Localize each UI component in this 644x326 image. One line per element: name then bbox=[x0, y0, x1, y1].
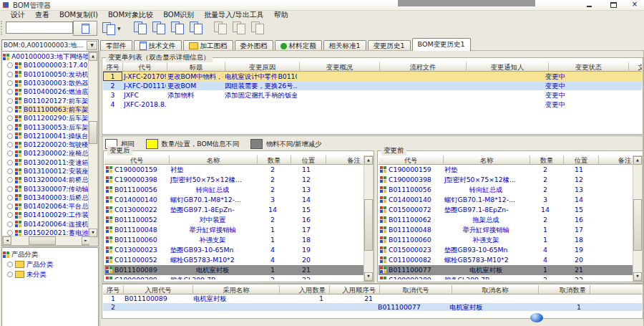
column-header[interactable]: 序号 bbox=[103, 62, 123, 72]
expand-knob-icon[interactable] bbox=[7, 230, 13, 236]
close-button[interactable]: × bbox=[628, 1, 641, 8]
menu-item[interactable]: 帮助 bbox=[269, 10, 293, 20]
column-header[interactable]: 入用代号 bbox=[124, 285, 193, 294]
column-header[interactable]: 变更概况 bbox=[300, 62, 380, 72]
change-order-row[interactable]: 3JXFC添加物料添加固定捆扎手柄的钣金CO变更中 bbox=[103, 90, 642, 100]
change-order-row[interactable]: 2J-XFC-D011100083更改BOM因组装需要，更换26号...变更中 bbox=[103, 81, 642, 90]
tree-item[interactable]: B012300002:座椅总成:1 bbox=[2, 149, 89, 158]
after-item-row[interactable]: B011100089电机室封板121 bbox=[104, 265, 364, 275]
expand-knob-icon[interactable] bbox=[7, 272, 13, 277]
tree-item[interactable]: B010400026:燃油底盘总成:1 bbox=[2, 87, 89, 96]
before-item-row[interactable]: C190000159衬垫211 bbox=[379, 165, 633, 175]
tree-item[interactable]: B014100029:工作装置部件.1 bbox=[2, 211, 89, 219]
copy-dropdown-button[interactable]: ▼ bbox=[102, 21, 122, 34]
tree-item[interactable]: 产品分类 bbox=[2, 249, 98, 259]
menu-item[interactable]: 查看 bbox=[30, 10, 54, 20]
column-header[interactable]: 代号 bbox=[379, 155, 444, 165]
paste-structure-button[interactable] bbox=[189, 21, 203, 34]
toolbar-grip[interactable] bbox=[1, 21, 4, 35]
before-item-row[interactable]: C015000072垫圈GB97.1-8EpZn-1415 bbox=[379, 205, 633, 215]
column-header[interactable]: 变更通知人 bbox=[467, 62, 549, 72]
expand-knob-icon[interactable] bbox=[7, 203, 13, 209]
expand-knob-icon[interactable] bbox=[7, 125, 13, 130]
before-item-row[interactable]: B011100048举升缸焊接销轴117 bbox=[379, 225, 633, 235]
column-header[interactable]: 位置 bbox=[564, 155, 599, 165]
after-item-row[interactable]: C013000023垫圈GB93-10-65Mn419 bbox=[104, 245, 364, 255]
column-header[interactable]: 入用数量 bbox=[280, 285, 330, 294]
expand-knob-icon[interactable] bbox=[7, 186, 13, 192]
scroll-up-icon[interactable]: ▲ bbox=[89, 52, 97, 61]
before-item-row[interactable]: B011100077电机室封板121 bbox=[379, 265, 633, 275]
expand-knob-icon[interactable] bbox=[7, 142, 13, 148]
expand-knob-icon[interactable] bbox=[7, 195, 13, 201]
expand-knob-icon[interactable] bbox=[7, 160, 13, 166]
column-header[interactable]: 备注 bbox=[326, 155, 364, 165]
expand-knob-icon[interactable] bbox=[7, 133, 13, 139]
after-item-row[interactable]: B011100048举升缸焊接销轴117 bbox=[104, 225, 364, 235]
tab-相关标准1[interactable]: 相关标准1 bbox=[323, 40, 366, 51]
before-item-row[interactable]: B011100062拖架总成216 bbox=[379, 215, 633, 225]
tree-item[interactable]: B014020064:平台总成:1 bbox=[2, 202, 89, 211]
copy-bom-button[interactable] bbox=[133, 21, 147, 34]
tree-item[interactable]: B013020011:变速箱总成:1 bbox=[2, 158, 89, 167]
expand-knob-icon[interactable] bbox=[7, 177, 13, 183]
column-header[interactable]: 序号 bbox=[103, 285, 124, 294]
before-item-row[interactable]: C014000140螺钉GB70.1-M8*12-...314 bbox=[379, 195, 633, 205]
expand-knob-icon[interactable] bbox=[7, 107, 13, 112]
after-item-row[interactable]: C014000140螺钉GB70.1-M8*12-...314 bbox=[104, 195, 364, 205]
expand-knob-icon[interactable] bbox=[7, 150, 13, 156]
column-header[interactable]: 名称 bbox=[444, 155, 530, 165]
column-header[interactable]: 备注 bbox=[599, 155, 633, 165]
scroll-down-icon[interactable]: ▼ bbox=[364, 272, 373, 281]
tree-item[interactable]: B011100063:前车架附件.1 bbox=[2, 105, 89, 114]
column-header[interactable]: 标题 bbox=[167, 62, 225, 72]
before-item-row[interactable]: B011100060补强支架118 bbox=[379, 235, 633, 245]
expand-knob-icon[interactable] bbox=[7, 212, 13, 218]
minimize-button[interactable] bbox=[582, 1, 595, 9]
tab-加工图档[interactable]: 加工图档 bbox=[183, 40, 233, 51]
tree-item[interactable]: B012100041:操纵台附件:1 bbox=[2, 132, 89, 140]
column-header[interactable]: 采用名称 bbox=[193, 285, 280, 294]
expand-knob-icon[interactable] bbox=[7, 72, 13, 77]
tree-item[interactable]: B010000003:17.40原理图:1 bbox=[2, 61, 89, 69]
scrollbar-thumb[interactable] bbox=[29, 236, 56, 245]
tree-item[interactable]: B010300003:散热器总成:1 bbox=[2, 79, 89, 87]
expand-knob-icon[interactable] bbox=[7, 168, 13, 174]
menu-item[interactable]: 批量导入/导出工具 bbox=[199, 10, 268, 20]
change-order-row[interactable]: 1J-XFC-20170904 B0...更改BOM中物料，有检查...电机室设… bbox=[103, 72, 642, 81]
tree-item[interactable]: B012200020:驾驶楼总成:1 bbox=[2, 140, 89, 149]
tree-item[interactable]: 未分类 bbox=[2, 269, 98, 279]
scroll-down-icon[interactable]: ▼ bbox=[633, 272, 642, 281]
tree-item[interactable]: B011300053:后车架附件.1 bbox=[2, 123, 89, 131]
before-item-row[interactable]: C190000289胶条CL209.7B222 bbox=[379, 275, 633, 279]
tree-item[interactable]: A001000003:地下网络喷浆运输机-0 bbox=[2, 52, 89, 61]
after-item-row[interactable]: C190000159衬垫211 bbox=[104, 165, 364, 175]
tab-零部件[interactable]: 零部件 bbox=[100, 40, 132, 51]
bom-selector-combo[interactable]: BOM:0,A001000003:地下网络喷浆运输机 ▼ bbox=[1, 39, 99, 52]
tree-item[interactable]: B013400003:后桥总成:1 bbox=[2, 193, 89, 202]
menu-item[interactable]: BOM复制(I) bbox=[54, 10, 103, 20]
column-header[interactable]: 取消代号 bbox=[380, 285, 452, 294]
expand-knob-icon[interactable] bbox=[7, 262, 13, 267]
tree-item[interactable]: B013100012:安装座总成:1 bbox=[2, 167, 89, 176]
swap-row[interactable]: 1B011100089电机室封板121 bbox=[103, 294, 642, 303]
before-table-scrollbar[interactable]: ▲ ▼ bbox=[633, 155, 643, 282]
tree-item[interactable]: B013200004:前桥总成:1 bbox=[2, 176, 89, 184]
expand-knob-icon[interactable] bbox=[7, 98, 13, 104]
scrollbar-thumb[interactable] bbox=[633, 199, 642, 251]
copy-structure-button[interactable] bbox=[170, 21, 185, 34]
tree-item[interactable]: 产品分类 bbox=[2, 259, 98, 269]
after-table-scrollbar[interactable]: ▲ ▼ bbox=[364, 155, 374, 282]
column-header[interactable]: 代号 bbox=[104, 155, 170, 165]
column-header[interactable]: 文件类型 bbox=[629, 62, 642, 72]
search-button[interactable] bbox=[73, 21, 97, 36]
column-header[interactable]: 取消顺序号 bbox=[590, 285, 642, 294]
tree-item[interactable]: B011200290:后车架:1 bbox=[2, 114, 89, 123]
column-header[interactable]: 位置 bbox=[291, 155, 326, 165]
column-header[interactable]: 取消数量 bbox=[539, 285, 590, 294]
paste-bom-button[interactable] bbox=[152, 21, 166, 34]
before-item-row[interactable]: C015000023垫圈GB93-10-65Mn419 bbox=[379, 245, 633, 255]
change-order-row[interactable]: 4JXFC-2018.8.13变更中 bbox=[103, 100, 642, 109]
after-item-row[interactable]: C190000398J型密封50×75×12橡...212 bbox=[104, 175, 364, 185]
expand-knob-icon[interactable] bbox=[7, 80, 13, 86]
